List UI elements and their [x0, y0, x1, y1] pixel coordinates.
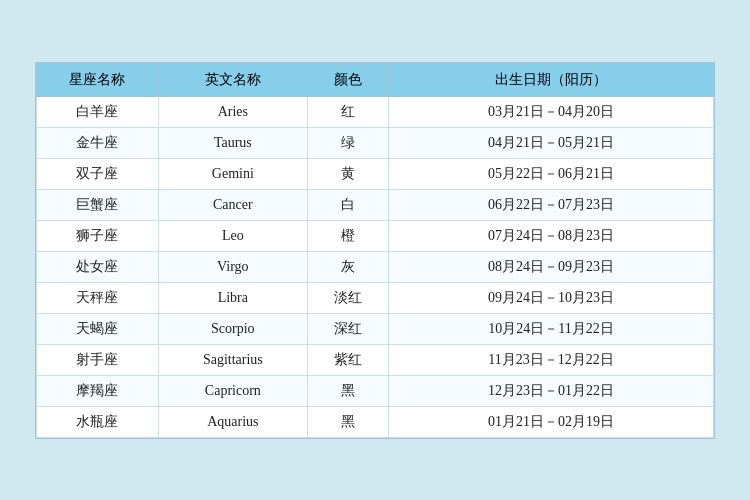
cell-color: 橙 [307, 220, 388, 251]
cell-color: 红 [307, 96, 388, 127]
cell-chinese: 射手座 [37, 344, 159, 375]
cell-english: Sagittarius [158, 344, 307, 375]
cell-english: Taurus [158, 127, 307, 158]
cell-chinese: 金牛座 [37, 127, 159, 158]
cell-chinese: 摩羯座 [37, 375, 159, 406]
cell-color: 灰 [307, 251, 388, 282]
cell-color: 白 [307, 189, 388, 220]
cell-english: Gemini [158, 158, 307, 189]
cell-chinese: 巨蟹座 [37, 189, 159, 220]
table-row: 双子座Gemini黄05月22日－06月21日 [37, 158, 714, 189]
table-row: 摩羯座Capricorn黑12月23日－01月22日 [37, 375, 714, 406]
cell-english: Aquarius [158, 406, 307, 437]
zodiac-table: 星座名称 英文名称 颜色 出生日期（阳历） 白羊座Aries红03月21日－04… [36, 63, 714, 438]
cell-chinese: 水瓶座 [37, 406, 159, 437]
cell-english: Libra [158, 282, 307, 313]
cell-chinese: 天蝎座 [37, 313, 159, 344]
cell-color: 黑 [307, 375, 388, 406]
header-chinese: 星座名称 [37, 63, 159, 96]
table-header-row: 星座名称 英文名称 颜色 出生日期（阳历） [37, 63, 714, 96]
table-row: 巨蟹座Cancer白06月22日－07月23日 [37, 189, 714, 220]
cell-chinese: 天秤座 [37, 282, 159, 313]
cell-date: 03月21日－04月20日 [389, 96, 714, 127]
cell-chinese: 白羊座 [37, 96, 159, 127]
cell-english: Leo [158, 220, 307, 251]
table-row: 天秤座Libra淡红09月24日－10月23日 [37, 282, 714, 313]
cell-chinese: 狮子座 [37, 220, 159, 251]
cell-english: Cancer [158, 189, 307, 220]
cell-color: 淡红 [307, 282, 388, 313]
cell-date: 10月24日－11月22日 [389, 313, 714, 344]
cell-color: 绿 [307, 127, 388, 158]
cell-color: 黑 [307, 406, 388, 437]
cell-date: 04月21日－05月21日 [389, 127, 714, 158]
table-row: 白羊座Aries红03月21日－04月20日 [37, 96, 714, 127]
table-row: 射手座Sagittarius紫红11月23日－12月22日 [37, 344, 714, 375]
cell-color: 黄 [307, 158, 388, 189]
table-row: 天蝎座Scorpio深红10月24日－11月22日 [37, 313, 714, 344]
cell-english: Capricorn [158, 375, 307, 406]
cell-date: 07月24日－08月23日 [389, 220, 714, 251]
zodiac-table-container: 星座名称 英文名称 颜色 出生日期（阳历） 白羊座Aries红03月21日－04… [35, 62, 715, 439]
header-color: 颜色 [307, 63, 388, 96]
table-row: 水瓶座Aquarius黑01月21日－02月19日 [37, 406, 714, 437]
cell-english: Virgo [158, 251, 307, 282]
table-row: 金牛座Taurus绿04月21日－05月21日 [37, 127, 714, 158]
cell-color: 深红 [307, 313, 388, 344]
cell-date: 08月24日－09月23日 [389, 251, 714, 282]
cell-color: 紫红 [307, 344, 388, 375]
cell-date: 01月21日－02月19日 [389, 406, 714, 437]
cell-date: 05月22日－06月21日 [389, 158, 714, 189]
header-date: 出生日期（阳历） [389, 63, 714, 96]
table-row: 处女座Virgo灰08月24日－09月23日 [37, 251, 714, 282]
cell-date: 11月23日－12月22日 [389, 344, 714, 375]
table-body: 白羊座Aries红03月21日－04月20日金牛座Taurus绿04月21日－0… [37, 96, 714, 437]
header-english: 英文名称 [158, 63, 307, 96]
table-row: 狮子座Leo橙07月24日－08月23日 [37, 220, 714, 251]
cell-english: Scorpio [158, 313, 307, 344]
cell-date: 09月24日－10月23日 [389, 282, 714, 313]
cell-english: Aries [158, 96, 307, 127]
cell-date: 06月22日－07月23日 [389, 189, 714, 220]
cell-date: 12月23日－01月22日 [389, 375, 714, 406]
cell-chinese: 处女座 [37, 251, 159, 282]
cell-chinese: 双子座 [37, 158, 159, 189]
